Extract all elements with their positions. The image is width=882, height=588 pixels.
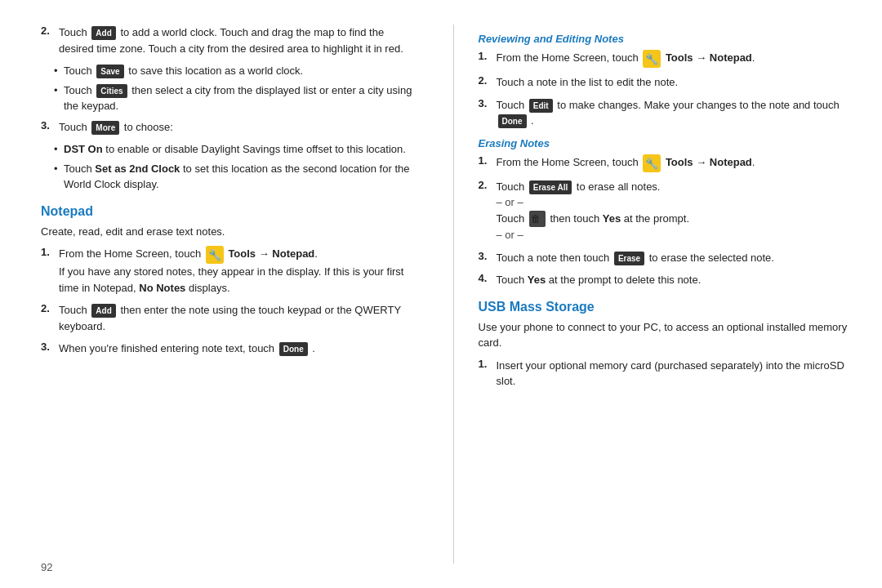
edit-btn[interactable]: Edit <box>529 99 553 113</box>
erasing-title: Erasing Notes <box>479 137 850 149</box>
item-num: 2. <box>479 179 497 191</box>
item-num: 2. <box>479 74 497 87</box>
item-num: 3. <box>41 341 59 353</box>
item-3-more: 3. Touch More to choose: <box>41 119 412 136</box>
yes-bold2: Yes <box>528 274 546 286</box>
item-content: Touch Edit to make changes. Make your ch… <box>497 97 850 129</box>
item-num: 1. <box>479 154 497 167</box>
cities-btn[interactable]: Cities <box>96 84 127 98</box>
bullet-list: Touch Save to save this location as a wo… <box>56 63 412 114</box>
left-column: 2. Touch Add to add a world clock. Touch… <box>41 24 421 564</box>
item-num: 2. <box>41 24 59 37</box>
item-content: Touch Add then enter the note using the … <box>59 302 412 334</box>
tools-notepad-label: Tools → Notepad <box>228 247 314 260</box>
bullet-dst: DST On to enable or disable Daylight Sav… <box>56 141 412 158</box>
erasing-item-1: 1. From the Home Screen, touch Tools → N… <box>479 154 850 172</box>
item-num: 1. <box>479 358 497 370</box>
page-number: 92 <box>41 561 52 573</box>
done-btn2[interactable]: Done <box>498 114 527 128</box>
bullet-cities: Touch Cities then select a city from the… <box>56 82 412 114</box>
item-num: 1. <box>479 50 497 62</box>
item-num: 3. <box>479 97 497 109</box>
sub-bullet-list: DST On to enable or disable Daylight Sav… <box>56 141 412 193</box>
set2nd-bold: Set as 2nd Clock <box>95 163 180 175</box>
usb-title: USB Mass Storage <box>479 300 850 314</box>
erase-btn[interactable]: Erase <box>614 252 644 265</box>
bullet-2nd-clock: Touch Set as 2nd Clock to set this locat… <box>56 161 412 193</box>
item-content: Touch a note in the list to edit the not… <box>497 74 850 91</box>
item-content: From the Home Screen, touch Tools → Note… <box>497 50 850 68</box>
tools-notepad-label: Tools → Notepad <box>666 51 752 64</box>
no-notes-label: No Notes <box>139 282 185 294</box>
item-content: Touch Yes at the prompt to delete this n… <box>497 272 850 288</box>
notepad-item-3: 3. When you're finished entering note te… <box>41 341 412 357</box>
page: 2. Touch Add to add a world clock. Touch… <box>0 0 882 588</box>
add-note-btn[interactable]: Add <box>91 304 115 318</box>
erasing-item-2: 2. Touch Erase All to erase all notes. –… <box>479 179 850 243</box>
item-num: 3. <box>479 250 497 262</box>
tools-icon <box>643 154 661 172</box>
item-content: When you're finished entering note text,… <box>59 341 412 357</box>
item-content: From the Home Screen, touch Tools → Note… <box>59 246 412 296</box>
tools-icon <box>643 50 661 68</box>
or-line-2: – or – <box>497 229 523 241</box>
right-column: Reviewing and Editing Notes 1. From the … <box>453 24 850 564</box>
item-content: Touch a note then touch Erase to erase t… <box>497 250 850 266</box>
item-num: 2. <box>41 302 59 314</box>
item-num: 3. <box>41 119 59 131</box>
notepad-item-2: 2. Touch Add then enter the note using t… <box>41 302 412 334</box>
item-num: 4. <box>479 272 497 284</box>
notepad-title: Notepad <box>41 204 412 219</box>
item-content: Touch Erase All to erase all notes. – or… <box>497 179 850 243</box>
dst-bold: DST On <box>64 143 103 155</box>
done-btn[interactable]: Done <box>279 342 308 356</box>
trash-icon <box>529 211 546 227</box>
erasing-item-3: 3. Touch a note then touch Erase to eras… <box>479 250 850 266</box>
more-btn[interactable]: More <box>91 121 119 135</box>
reviewing-item-1: 1. From the Home Screen, touch Tools → N… <box>479 50 850 68</box>
yes-bold: Yes <box>603 212 621 225</box>
usb-intro: Use your phone to connect to your PC, to… <box>479 319 850 351</box>
reviewing-item-3: 3. Touch Edit to make changes. Make your… <box>479 97 850 129</box>
usb-item-1: 1. Insert your optional memory card (pur… <box>479 358 850 390</box>
add-btn[interactable]: Add <box>91 26 115 40</box>
item-content: From the Home Screen, touch Tools → Note… <box>497 154 850 172</box>
item-2-worldclock: 2. Touch Add to add a world clock. Touch… <box>41 24 412 56</box>
notepad-item-1: 1. From the Home Screen, touch Tools → N… <box>41 246 412 296</box>
item-content: Insert your optional memory card (purcha… <box>497 358 850 390</box>
or-line-1: – or – <box>497 196 523 208</box>
reviewing-item-2: 2. Touch a note in the list to edit the … <box>479 74 850 91</box>
tools-notepad-label: Tools → Notepad <box>666 156 752 168</box>
tools-icon <box>206 246 224 264</box>
reviewing-title: Reviewing and Editing Notes <box>479 33 850 45</box>
bullet-save: Touch Save to save this location as a wo… <box>56 63 412 79</box>
item-num: 1. <box>41 246 59 258</box>
erasing-item-4: 4. Touch Yes at the prompt to delete thi… <box>479 272 850 288</box>
save-btn[interactable]: Save <box>96 65 123 78</box>
item-content: Touch Add to add a world clock. Touch an… <box>59 24 412 56</box>
item-content: Touch More to choose: <box>59 119 412 136</box>
notepad-intro: Create, read, edit and erase text notes. <box>41 224 412 240</box>
erase-all-btn[interactable]: Erase All <box>529 180 572 194</box>
